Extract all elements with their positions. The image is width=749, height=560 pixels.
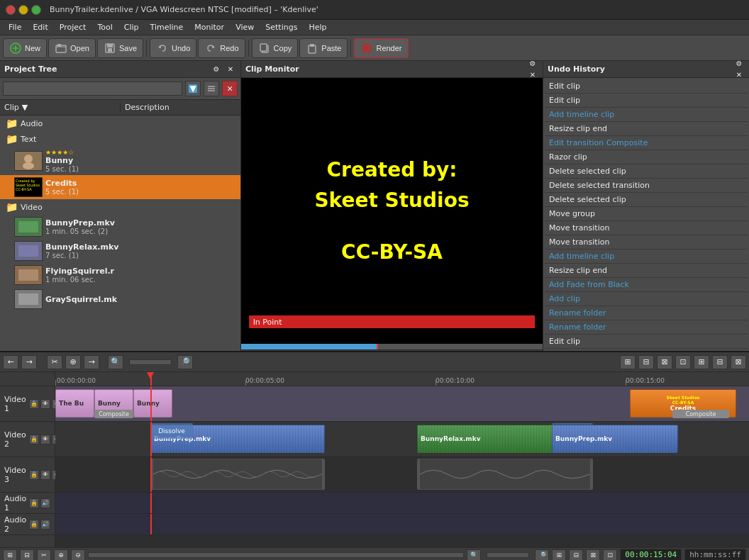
track-lock-btn3[interactable]: 🔒	[29, 470, 39, 480]
menu-settings[interactable]: Settings	[260, 21, 303, 33]
tl-zoom-out-btn2[interactable]: 🔍	[467, 549, 481, 561]
folder-audio[interactable]: 📁 Audio	[0, 116, 240, 131]
tl-extra-btn4[interactable]: ⊡	[675, 355, 691, 369]
tl-zoom-in-btn[interactable]: 🔎	[177, 355, 193, 369]
clip-flyingsquirrel[interactable]: FlyingSquirrel.r 1 min. 06 sec.	[0, 263, 240, 287]
tl-extra-tl-btn[interactable]: ⊞	[552, 549, 566, 561]
timeline-scrollbar[interactable]	[88, 552, 464, 558]
undo-item[interactable]: Move transition	[545, 221, 748, 235]
track-audio-btn2[interactable]: 🔒	[29, 520, 39, 530]
tl-spacer-btn[interactable]: ⊕	[65, 355, 81, 369]
save-button[interactable]: Save	[97, 38, 143, 58]
menu-monitor[interactable]: Monitor	[189, 21, 230, 33]
clip-bunnyrelax[interactable]: BunnyRelax.mkv 7 sec. (1)	[0, 239, 240, 263]
undo-item[interactable]: Add Fade from Black	[545, 278, 748, 292]
tl-composite-2[interactable]: Composite	[672, 410, 729, 418]
tl-zoom-in-btn2[interactable]: 🔎	[535, 549, 549, 561]
panel-settings-icon[interactable]: ⚙	[211, 64, 222, 75]
tl-extra-tl-btn3[interactable]: ⊠	[586, 549, 600, 561]
delete-icon[interactable]: ✕	[222, 81, 238, 96]
panel-close-icon[interactable]: ✕	[225, 64, 236, 75]
tl-snap-btn[interactable]: ←	[3, 355, 18, 369]
open-button[interactable]: Open	[48, 38, 96, 58]
tl-dissolve-1[interactable]: Dissolve	[150, 423, 193, 439]
undo-item[interactable]: Delete selected clip	[545, 193, 748, 207]
track-mute-btn3[interactable]: 👁	[40, 470, 50, 480]
tl-extra-btn6[interactable]: ⊟	[712, 355, 728, 369]
monitor-settings-icon[interactable]: ⚙	[527, 58, 538, 69]
zoom-slider[interactable]	[129, 359, 172, 365]
tl-extra-tl-btn4[interactable]: ⊡	[603, 549, 617, 561]
tl-extra-btn5[interactable]: ⊞	[694, 355, 709, 369]
track-mute-btn2[interactable]: 👁	[40, 435, 50, 444]
new-button[interactable]: New	[3, 38, 47, 58]
menu-timeline[interactable]: Timeline	[145, 21, 189, 33]
maximize-button[interactable]	[31, 5, 41, 15]
progress-bar-container[interactable]	[241, 344, 543, 349]
tl-clip-thebu[interactable]: The Bu	[55, 389, 94, 418]
folder-text[interactable]: 📁 Text	[0, 131, 240, 147]
copy-button[interactable]: Copy	[252, 38, 299, 58]
close-button[interactable]	[6, 5, 16, 15]
clip-column-header[interactable]: Clip ▼	[0, 103, 121, 112]
paste-button[interactable]: Paste	[299, 38, 348, 58]
menu-help[interactable]: Help	[303, 21, 332, 33]
tl-waveform-v3-2[interactable]	[417, 459, 593, 490]
undo-item[interactable]: Move transition	[545, 235, 748, 250]
undo-item[interactable]: Add clip	[545, 292, 748, 306]
track-audio-mute-btn2[interactable]: 🔊	[40, 520, 50, 530]
tl-bottom-btn3[interactable]: ✂	[37, 549, 51, 561]
tl-extra-btn3[interactable]: ⊠	[657, 355, 672, 369]
tl-extra-btn1[interactable]: ⊞	[620, 355, 636, 369]
tl-extra-tl-btn2[interactable]: ⊟	[569, 549, 583, 561]
menu-view[interactable]: View	[230, 21, 260, 33]
menu-clip[interactable]: Clip	[118, 21, 145, 33]
zoom-slider-bottom[interactable]	[487, 552, 529, 558]
undo-item[interactable]: Edit transition Composite	[545, 136, 748, 150]
undo-item[interactable]: Razor clip	[545, 150, 748, 164]
undo-item[interactable]: Rename folder	[545, 306, 748, 320]
tl-waveform-v3[interactable]	[150, 459, 325, 490]
undo-item[interactable]: Move group	[545, 207, 748, 221]
menu-edit[interactable]: Edit	[27, 21, 53, 33]
clip-graysquirrel[interactable]: GraySquirrel.mk	[0, 287, 240, 311]
undo-item[interactable]: Add timeline clip	[545, 108, 748, 122]
clip-credits[interactable]: Created bySkeet StudiosCC-BY-SA Credits …	[0, 175, 240, 199]
menu-project[interactable]: Project	[54, 21, 92, 33]
tl-spacer-btn2[interactable]: →	[84, 355, 99, 369]
tl-bottom-btn1[interactable]: ⊞	[3, 549, 17, 561]
menu-tool[interactable]: Tool	[91, 21, 118, 33]
menu-file[interactable]: File	[3, 21, 27, 33]
undo-item[interactable]: Delete selected clip	[545, 164, 748, 179]
track-audio-btn[interactable]: 🔒	[29, 498, 39, 508]
undo-item[interactable]: Resize clip end	[545, 122, 748, 136]
clip-bunny[interactable]: ★★★★☆ Bunny 5 sec. (1)	[0, 147, 240, 175]
undo-item[interactable]: Add timeline clip	[545, 250, 748, 264]
tl-bottom-btn2[interactable]: ⊟	[20, 549, 34, 561]
tl-clip-bunnyprep-t2[interactable]: BunnyPrep.mkv	[552, 425, 678, 453]
undo-settings-icon[interactable]: ⚙	[733, 58, 745, 69]
tl-bottom-btn5[interactable]: ⊖	[71, 549, 85, 561]
folder-video[interactable]: 📁 Video	[0, 199, 240, 215]
tl-extra-btn7[interactable]: ⊠	[731, 355, 746, 369]
add-clip-button[interactable]: ▼	[185, 81, 201, 96]
undo-item[interactable]: Edit clip	[545, 79, 748, 94]
render-button[interactable]: Render	[354, 38, 408, 58]
window-controls[interactable]	[6, 5, 41, 15]
tl-clip-bunny2[interactable]: Bunny	[133, 389, 172, 418]
tl-extra-btn2[interactable]: ⊟	[638, 355, 654, 369]
undo-item[interactable]: Resize clip end	[545, 264, 748, 278]
undo-button[interactable]: Undo	[150, 38, 196, 58]
tl-snap-btn2[interactable]: →	[21, 355, 37, 369]
undo-item[interactable]: Edit clip	[545, 94, 748, 108]
clip-bunnyprep[interactable]: BunnyPrep.mkv 1 min. 05 sec. (2)	[0, 215, 240, 239]
tl-zoom-out-btn[interactable]: 🔍	[108, 355, 123, 369]
undo-item[interactable]: Edit clip	[545, 335, 748, 349]
track-lock-btn2[interactable]: 🔒	[29, 435, 39, 444]
minimize-button[interactable]	[18, 5, 28, 15]
track-mute-btn[interactable]: 👁	[40, 399, 50, 409]
redo-button[interactable]: Redo	[198, 38, 245, 58]
tl-composite-1[interactable]: Composite	[94, 410, 133, 418]
undo-item[interactable]: Rename folder	[545, 320, 748, 335]
tl-bottom-btn4[interactable]: ⊕	[54, 549, 68, 561]
